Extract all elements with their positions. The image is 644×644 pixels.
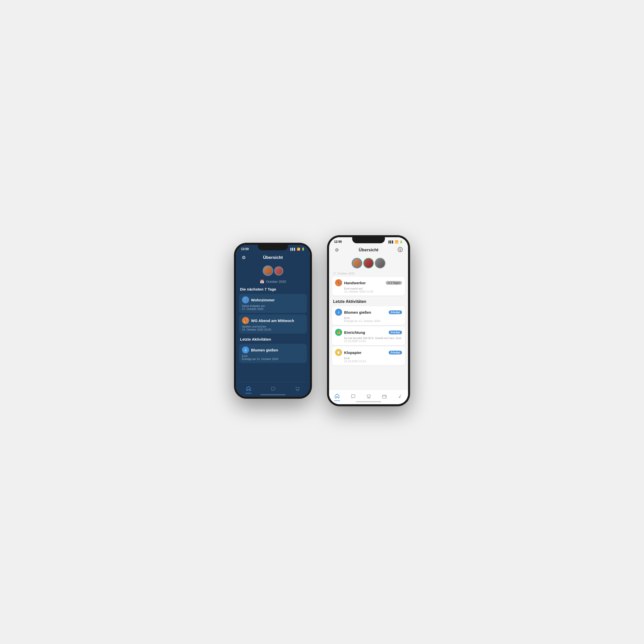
card-wg-abend-header: 🎉 WG Abend am Mittwoch [242,317,304,324]
phone-back-inner: 13:59 ▌▌▌ 📶 🔋 ⚙ Übersicht [236,245,310,397]
wifi-icon-back: 📶 [297,248,300,251]
battery-icon-front: 🔋 [399,240,403,244]
nav-home-back[interactable] [244,385,254,394]
card-wohnzimmer-sub1: Deine Aufgabe am: [242,304,304,307]
card-handwerker-sub2: 14. Oktober 2020 11:00 [335,290,402,293]
card-klopapier-badge: Erledigt [389,351,402,354]
title-back: Übersicht [263,255,283,260]
status-icons-front: ▌▌▌ 📶 🔋 [389,240,403,244]
calendar-icon-back: 📅 [260,279,264,284]
card-blumen-front[interactable]: 💧 Blumen gießen Erledigt Emil Erledigt a… [332,306,405,325]
avatar-1-front[interactable] [352,258,362,268]
card-wg-abend-icon: 🎉 [242,317,249,324]
date-row-back: 📅 October 2020 [236,278,310,285]
avatar-3-front[interactable] [375,258,385,268]
avatar-2-front[interactable] [363,258,374,268]
settings-btn-front[interactable]: ⚙ [333,246,341,254]
card-wg-abend-sub2: 14. Oktober 2020 20:00 [242,328,304,331]
nav-shop-back[interactable] [293,385,302,394]
card-wohnzimmer-sub2: 17. October 2020 [242,307,304,310]
home-indicator-front [356,401,381,402]
date-label-front: 17. October 2020 [329,270,408,275]
phone-front-inner: 12:55 ▌▌▌ 📶 🔋 ⚙ Übersicht [329,237,408,404]
card-blumen-front-sub2: Erledigt am 11. October 2020 [335,319,402,323]
card-blumen-front-sub1: Emil [335,316,402,319]
card-einrichtung[interactable]: 💰 Einrichtung Erledigt Du hat bezahlt 10… [332,326,405,345]
card-einrichtung-sub2: 12.10.2020 12:54 [335,340,402,343]
card-handwerker-left: 🎉 Handwerker [335,279,366,286]
trophy-btn-front[interactable] [396,246,404,254]
phone-front: 12:55 ▌▌▌ 📶 🔋 ⚙ Übersicht [327,235,410,406]
nav-home-front[interactable] [332,392,342,402]
nav-broom-front[interactable] [395,393,405,401]
trophy-icon-front [397,247,403,254]
card-klopapier-title: Klopapier [344,350,361,355]
card-klopapier[interactable]: 🧻 Klopapier Erledigt Emil 13.10.2020 13:… [332,346,405,365]
nav-chat-icon-back [270,386,276,393]
nav-chat-icon-front [350,394,356,400]
section2-title-back: Letzte Aktivitäten [236,335,310,342]
settings-icon-back: ⚙ [242,255,246,260]
settings-btn-back[interactable]: ⚙ [240,254,248,261]
card-wg-abend-sub1: Spielen und kochen [242,325,304,328]
front-screen: 12:55 ▌▌▌ 📶 🔋 ⚙ Übersicht [329,237,408,404]
status-icons-back: ▌▌▌ 📶 🔋 [291,248,305,251]
card-einrichtung-title: Einrichtung [344,330,365,335]
svg-point-1 [298,390,299,391]
svg-point-2 [398,247,403,252]
card-einrichtung-header: 💰 Einrichtung Erledigt [335,329,402,336]
card-handwerker[interactable]: 🎉 Handwerker in 2 Tagen Emil macht auf 1… [332,277,405,296]
svg-point-4 [369,398,370,398]
card-blumen-back-sub1: Emil [242,354,304,357]
card-wohnzimmer-title: Wohnzimmer [251,298,275,302]
time-back: 13:59 [241,247,249,251]
avatar-1-back[interactable] [263,265,273,276]
nav-wallet-front[interactable] [380,393,389,401]
nav-home-icon-front [334,393,340,400]
card-wohnzimmer[interactable]: 🔨 Wohnzimmer Deine Aufgabe am: 17. Octob… [239,294,307,313]
card-klopapier-icon: 🧻 [335,349,342,356]
nav-chat-front[interactable] [348,393,358,401]
scroll-area-front[interactable]: 17. October 2020 🎉 Handwerker in 2 Tagen… [329,270,408,392]
nav-shop-front[interactable] [364,393,374,401]
header-back: ⚙ Übersicht [236,252,310,263]
card-handwerker-header: 🎉 Handwerker in 2 Tagen [335,279,402,286]
nav-shop-icon-back [295,386,300,393]
card-einrichtung-badge: Erledigt [389,331,402,334]
avatar-row-back [236,263,310,278]
nav-shop-icon-front [366,394,372,400]
card-blumen-back-title: Blumen gießen [251,348,278,352]
card-einrichtung-icon: 💰 [335,329,342,336]
battery-icon-back: 🔋 [301,248,305,251]
nav-home-underline-back [246,393,252,393]
signal-icon-front: ▌▌▌ [389,240,394,243]
wifi-icon-front: 📶 [395,240,398,244]
section2-title-front: Letzte Aktivitäten [329,297,408,305]
avatar-2-back[interactable] [274,266,283,275]
svg-point-6 [385,397,386,397]
card-klopapier-header: 🧻 Klopapier Erledigt [335,349,402,356]
card-wg-abend[interactable]: 🎉 WG Abend am Mittwoch Spielen und koche… [239,314,307,334]
settings-icon-front: ⚙ [335,247,339,253]
avatar-row-front [329,256,408,270]
notch-back [258,245,288,250]
nav-chat-back[interactable] [268,385,278,394]
card-blumen-front-icon: 💧 [335,309,342,316]
back-screen: 13:59 ▌▌▌ 📶 🔋 ⚙ Übersicht [236,245,310,397]
card-blumen-front-header: 💧 Blumen gießen Erledigt [335,309,402,316]
card-klopapier-left: 🧻 Klopapier [335,349,361,356]
card-handwerker-title: Handwerker [344,281,366,285]
notch-front [352,237,385,243]
header-front: ⚙ Übersicht [329,244,408,256]
card-blumen-front-left: 💧 Blumen gießen [335,309,371,316]
card-klopapier-sub1: Emil [335,357,402,360]
card-wohnzimmer-header: 🔨 Wohnzimmer [242,296,304,303]
nav-wallet-icon-front [382,394,387,400]
card-wohnzimmer-icon: 🔨 [242,296,249,303]
card-blumen-back-header: 💧 Blumen gießen [242,346,304,353]
nav-home-icon-back [246,386,251,392]
date-text-back: October 2020 [266,280,286,284]
card-blumen-back-icon: 💧 [242,346,249,353]
card-blumen-back[interactable]: 💧 Blumen gießen Emil Erledigt am 11. Oct… [239,344,307,363]
title-front: Übersicht [359,248,378,253]
